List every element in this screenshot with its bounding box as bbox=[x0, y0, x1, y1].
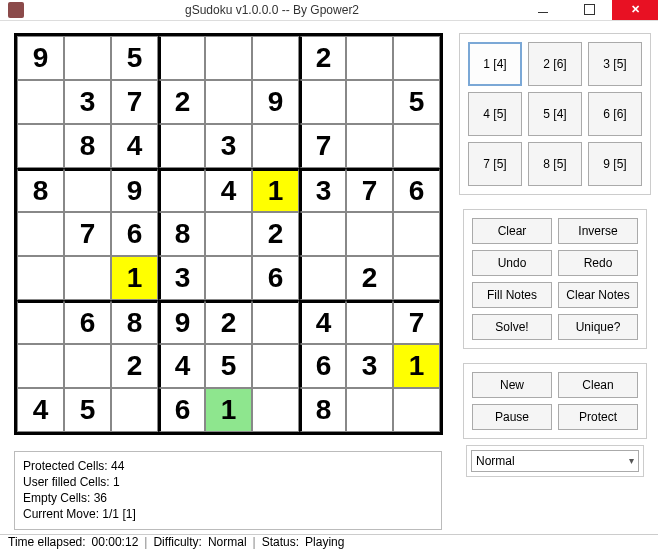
cell-r1-c5[interactable]: 9 bbox=[252, 80, 299, 124]
cell-r0-c4[interactable] bbox=[205, 36, 252, 80]
minimize-button[interactable] bbox=[520, 0, 566, 20]
numpad-6[interactable]: 6 [6] bbox=[588, 92, 642, 136]
cell-r8-c2[interactable] bbox=[111, 388, 158, 432]
cell-r1-c2[interactable]: 7 bbox=[111, 80, 158, 124]
cell-r0-c8[interactable] bbox=[393, 36, 440, 80]
cell-r8-c1[interactable]: 5 bbox=[64, 388, 111, 432]
cell-r6-c6[interactable]: 4 bbox=[299, 300, 346, 344]
cell-r0-c0[interactable]: 9 bbox=[17, 36, 64, 80]
cell-r2-c4[interactable]: 3 bbox=[205, 124, 252, 168]
cell-r6-c4[interactable]: 2 bbox=[205, 300, 252, 344]
cell-r0-c6[interactable]: 2 bbox=[299, 36, 346, 80]
close-button[interactable] bbox=[612, 0, 658, 20]
action-clear-notes-button[interactable]: Clear Notes bbox=[558, 282, 638, 308]
cell-r2-c0[interactable] bbox=[17, 124, 64, 168]
numpad-9[interactable]: 9 [5] bbox=[588, 142, 642, 186]
cell-r7-c3[interactable]: 4 bbox=[158, 344, 205, 388]
cell-r0-c1[interactable] bbox=[64, 36, 111, 80]
cell-r6-c8[interactable]: 7 bbox=[393, 300, 440, 344]
cell-r4-c3[interactable]: 8 bbox=[158, 212, 205, 256]
action-fill-notes-button[interactable]: Fill Notes bbox=[472, 282, 552, 308]
cell-r4-c2[interactable]: 6 bbox=[111, 212, 158, 256]
cell-r2-c8[interactable] bbox=[393, 124, 440, 168]
cell-r7-c2[interactable]: 2 bbox=[111, 344, 158, 388]
action-redo-button[interactable]: Redo bbox=[558, 250, 638, 276]
cell-r2-c5[interactable] bbox=[252, 124, 299, 168]
cell-r3-c5[interactable]: 1 bbox=[252, 168, 299, 212]
cell-r1-c4[interactable] bbox=[205, 80, 252, 124]
cell-r7-c8[interactable]: 1 bbox=[393, 344, 440, 388]
cell-r3-c4[interactable]: 4 bbox=[205, 168, 252, 212]
cell-r1-c8[interactable]: 5 bbox=[393, 80, 440, 124]
cell-r6-c0[interactable] bbox=[17, 300, 64, 344]
cell-r7-c6[interactable]: 6 bbox=[299, 344, 346, 388]
cell-r7-c0[interactable] bbox=[17, 344, 64, 388]
game-protect-button[interactable]: Protect bbox=[558, 404, 638, 430]
game-pause-button[interactable]: Pause bbox=[472, 404, 552, 430]
cell-r4-c4[interactable] bbox=[205, 212, 252, 256]
cell-r7-c4[interactable]: 5 bbox=[205, 344, 252, 388]
action-undo-button[interactable]: Undo bbox=[472, 250, 552, 276]
cell-r5-c1[interactable] bbox=[64, 256, 111, 300]
cell-r0-c3[interactable] bbox=[158, 36, 205, 80]
sudoku-board[interactable]: 9523729584378941376768213626892472456314… bbox=[14, 33, 443, 435]
cell-r7-c1[interactable] bbox=[64, 344, 111, 388]
cell-r3-c8[interactable]: 6 bbox=[393, 168, 440, 212]
cell-r5-c2[interactable]: 1 bbox=[111, 256, 158, 300]
cell-r3-c1[interactable] bbox=[64, 168, 111, 212]
cell-r3-c3[interactable] bbox=[158, 168, 205, 212]
cell-r5-c8[interactable] bbox=[393, 256, 440, 300]
cell-r2-c3[interactable] bbox=[158, 124, 205, 168]
cell-r4-c1[interactable]: 7 bbox=[64, 212, 111, 256]
cell-r3-c2[interactable]: 9 bbox=[111, 168, 158, 212]
cell-r4-c8[interactable] bbox=[393, 212, 440, 256]
cell-r5-c3[interactable]: 3 bbox=[158, 256, 205, 300]
numpad-1[interactable]: 1 [4] bbox=[468, 42, 522, 86]
cell-r3-c7[interactable]: 7 bbox=[346, 168, 393, 212]
cell-r3-c6[interactable]: 3 bbox=[299, 168, 346, 212]
cell-r2-c1[interactable]: 8 bbox=[64, 124, 111, 168]
cell-r3-c0[interactable]: 8 bbox=[17, 168, 64, 212]
cell-r5-c0[interactable] bbox=[17, 256, 64, 300]
numpad-5[interactable]: 5 [4] bbox=[528, 92, 582, 136]
numpad-7[interactable]: 7 [5] bbox=[468, 142, 522, 186]
cell-r1-c0[interactable] bbox=[17, 80, 64, 124]
cell-r6-c2[interactable]: 8 bbox=[111, 300, 158, 344]
cell-r8-c0[interactable]: 4 bbox=[17, 388, 64, 432]
difficulty-select[interactable]: Normal bbox=[471, 450, 639, 472]
cell-r5-c7[interactable]: 2 bbox=[346, 256, 393, 300]
action-unique-button[interactable]: Unique? bbox=[558, 314, 638, 340]
numpad-8[interactable]: 8 [5] bbox=[528, 142, 582, 186]
cell-r0-c5[interactable] bbox=[252, 36, 299, 80]
cell-r6-c3[interactable]: 9 bbox=[158, 300, 205, 344]
cell-r2-c7[interactable] bbox=[346, 124, 393, 168]
cell-r8-c4[interactable]: 1 bbox=[205, 388, 252, 432]
action-solve-button[interactable]: Solve! bbox=[472, 314, 552, 340]
cell-r8-c6[interactable]: 8 bbox=[299, 388, 346, 432]
game-new-button[interactable]: New bbox=[472, 372, 552, 398]
cell-r0-c2[interactable]: 5 bbox=[111, 36, 158, 80]
cell-r7-c5[interactable] bbox=[252, 344, 299, 388]
cell-r4-c7[interactable] bbox=[346, 212, 393, 256]
cell-r5-c6[interactable] bbox=[299, 256, 346, 300]
numpad-2[interactable]: 2 [6] bbox=[528, 42, 582, 86]
cell-r8-c7[interactable] bbox=[346, 388, 393, 432]
numpad-3[interactable]: 3 [5] bbox=[588, 42, 642, 86]
cell-r6-c5[interactable] bbox=[252, 300, 299, 344]
cell-r8-c8[interactable] bbox=[393, 388, 440, 432]
cell-r6-c7[interactable] bbox=[346, 300, 393, 344]
cell-r1-c6[interactable] bbox=[299, 80, 346, 124]
action-clear-button[interactable]: Clear bbox=[472, 218, 552, 244]
cell-r0-c7[interactable] bbox=[346, 36, 393, 80]
cell-r1-c1[interactable]: 3 bbox=[64, 80, 111, 124]
action-inverse-button[interactable]: Inverse bbox=[558, 218, 638, 244]
cell-r7-c7[interactable]: 3 bbox=[346, 344, 393, 388]
cell-r6-c1[interactable]: 6 bbox=[64, 300, 111, 344]
cell-r2-c6[interactable]: 7 bbox=[299, 124, 346, 168]
cell-r1-c7[interactable] bbox=[346, 80, 393, 124]
cell-r4-c5[interactable]: 2 bbox=[252, 212, 299, 256]
maximize-button[interactable] bbox=[566, 0, 612, 20]
cell-r5-c5[interactable]: 6 bbox=[252, 256, 299, 300]
cell-r1-c3[interactable]: 2 bbox=[158, 80, 205, 124]
cell-r4-c6[interactable] bbox=[299, 212, 346, 256]
